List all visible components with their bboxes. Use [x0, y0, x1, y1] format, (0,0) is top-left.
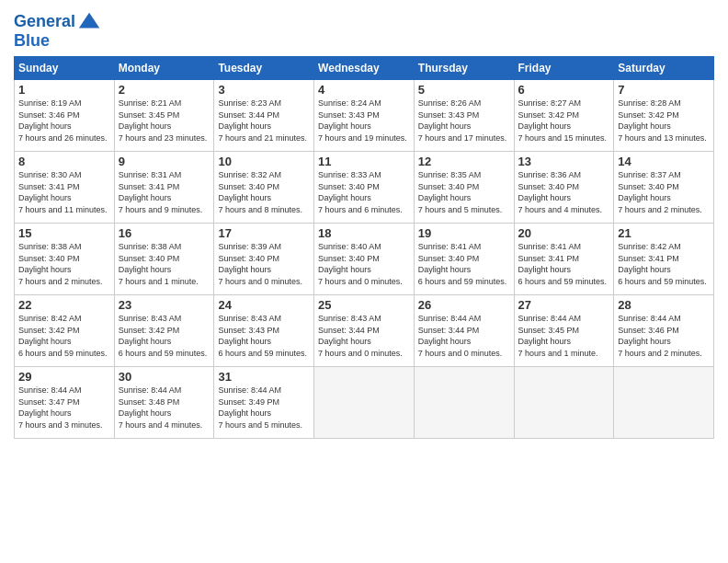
day-number: 24	[218, 298, 310, 312]
calendar-day-cell: 7Sunrise: 8:28 AMSunset: 3:42 PMDaylight…	[614, 80, 714, 152]
day-number: 11	[318, 155, 410, 168]
day-info: Sunrise: 8:35 AMSunset: 3:40 PMDaylight …	[418, 169, 510, 215]
calendar-day-cell: 23Sunrise: 8:43 AMSunset: 3:42 PMDayligh…	[114, 295, 214, 367]
day-info: Sunrise: 8:30 AMSunset: 3:41 PMDaylight …	[18, 169, 110, 215]
day-number: 28	[618, 298, 710, 312]
calendar-day-cell: 8Sunrise: 8:30 AMSunset: 3:41 PMDaylight…	[15, 152, 115, 224]
day-number: 5	[418, 83, 510, 97]
day-number: 21	[618, 226, 710, 240]
day-info: Sunrise: 8:33 AMSunset: 3:40 PMDaylight …	[318, 169, 410, 215]
day-info: Sunrise: 8:28 AMSunset: 3:42 PMDaylight …	[618, 98, 710, 144]
day-info: Sunrise: 8:40 AMSunset: 3:40 PMDaylight …	[318, 241, 410, 287]
day-info: Sunrise: 8:19 AMSunset: 3:46 PMDaylight …	[18, 98, 110, 144]
day-number: 6	[518, 83, 610, 97]
weekday-header-cell: Tuesday	[214, 57, 314, 80]
day-number: 3	[218, 83, 310, 97]
calendar-week-row: 22Sunrise: 8:42 AMSunset: 3:42 PMDayligh…	[15, 295, 714, 367]
day-number: 27	[518, 298, 610, 312]
calendar-day-cell: 5Sunrise: 8:26 AMSunset: 3:43 PMDaylight…	[414, 80, 514, 152]
calendar-day-cell: 2Sunrise: 8:21 AMSunset: 3:45 PMDaylight…	[114, 80, 214, 152]
day-info: Sunrise: 8:44 AMSunset: 3:49 PMDaylight …	[218, 385, 310, 431]
logo: General Blue	[14, 9, 103, 51]
calendar-week-row: 8Sunrise: 8:30 AMSunset: 3:41 PMDaylight…	[15, 152, 714, 224]
day-number: 31	[218, 370, 310, 384]
day-number: 19	[418, 226, 510, 240]
day-info: Sunrise: 8:44 AMSunset: 3:47 PMDaylight …	[18, 385, 110, 431]
calendar-week-row: 15Sunrise: 8:38 AMSunset: 3:40 PMDayligh…	[15, 224, 714, 295]
day-info: Sunrise: 8:38 AMSunset: 3:40 PMDaylight …	[18, 241, 110, 287]
weekday-header-cell: Wednesday	[314, 57, 415, 80]
weekday-header-cell: Friday	[514, 57, 614, 80]
calendar-day-cell: 6Sunrise: 8:27 AMSunset: 3:42 PMDaylight…	[514, 80, 614, 152]
day-info: Sunrise: 8:39 AMSunset: 3:40 PMDaylight …	[218, 241, 310, 287]
calendar-day-cell: 15Sunrise: 8:38 AMSunset: 3:40 PMDayligh…	[15, 224, 115, 295]
day-number: 25	[318, 298, 410, 312]
day-info: Sunrise: 8:42 AMSunset: 3:42 PMDaylight …	[18, 313, 110, 359]
weekday-header-cell: Monday	[114, 57, 214, 80]
day-info: Sunrise: 8:24 AMSunset: 3:43 PMDaylight …	[318, 98, 410, 144]
day-info: Sunrise: 8:31 AMSunset: 3:41 PMDaylight …	[119, 169, 210, 215]
day-number: 30	[119, 370, 210, 384]
day-number: 22	[18, 298, 110, 312]
calendar-day-cell: 19Sunrise: 8:41 AMSunset: 3:40 PMDayligh…	[414, 224, 514, 295]
calendar-week-row: 29Sunrise: 8:44 AMSunset: 3:47 PMDayligh…	[15, 367, 714, 439]
calendar-day-cell: 12Sunrise: 8:35 AMSunset: 3:40 PMDayligh…	[414, 152, 514, 224]
calendar-day-cell: 10Sunrise: 8:32 AMSunset: 3:40 PMDayligh…	[214, 152, 314, 224]
calendar-day-cell	[314, 367, 415, 439]
day-number: 2	[119, 83, 210, 97]
day-number: 4	[318, 83, 410, 97]
day-number: 13	[518, 155, 610, 168]
weekday-header-cell: Sunday	[15, 57, 115, 80]
day-info: Sunrise: 8:44 AMSunset: 3:46 PMDaylight …	[618, 313, 710, 359]
day-number: 14	[618, 155, 710, 168]
calendar-day-cell: 14Sunrise: 8:37 AMSunset: 3:40 PMDayligh…	[614, 152, 714, 224]
day-number: 18	[318, 226, 410, 240]
calendar-day-cell: 3Sunrise: 8:23 AMSunset: 3:44 PMDaylight…	[214, 80, 314, 152]
logo-text: General	[14, 13, 75, 31]
page-container: General Blue SundayMondayTuesdayWednesda…	[0, 0, 728, 448]
day-info: Sunrise: 8:41 AMSunset: 3:40 PMDaylight …	[418, 241, 510, 287]
svg-marker-0	[79, 13, 99, 29]
calendar-day-cell: 25Sunrise: 8:43 AMSunset: 3:44 PMDayligh…	[314, 295, 415, 367]
weekday-header-cell: Thursday	[414, 57, 514, 80]
calendar-week-row: 1Sunrise: 8:19 AMSunset: 3:46 PMDaylight…	[15, 80, 714, 152]
day-info: Sunrise: 8:43 AMSunset: 3:42 PMDaylight …	[119, 313, 210, 359]
calendar-day-cell: 20Sunrise: 8:41 AMSunset: 3:41 PMDayligh…	[514, 224, 614, 295]
day-info: Sunrise: 8:38 AMSunset: 3:40 PMDaylight …	[119, 241, 210, 287]
calendar-day-cell: 16Sunrise: 8:38 AMSunset: 3:40 PMDayligh…	[114, 224, 214, 295]
day-info: Sunrise: 8:42 AMSunset: 3:41 PMDaylight …	[618, 241, 710, 287]
day-number: 23	[119, 298, 210, 312]
day-number: 16	[119, 226, 210, 240]
day-number: 12	[418, 155, 510, 168]
day-number: 20	[518, 226, 610, 240]
calendar-day-cell: 22Sunrise: 8:42 AMSunset: 3:42 PMDayligh…	[15, 295, 115, 367]
calendar-day-cell: 4Sunrise: 8:24 AMSunset: 3:43 PMDaylight…	[314, 80, 415, 152]
day-number: 17	[218, 226, 310, 240]
day-info: Sunrise: 8:43 AMSunset: 3:44 PMDaylight …	[318, 313, 410, 359]
calendar-day-cell: 27Sunrise: 8:44 AMSunset: 3:45 PMDayligh…	[514, 295, 614, 367]
calendar-day-cell: 1Sunrise: 8:19 AMSunset: 3:46 PMDaylight…	[15, 80, 115, 152]
day-number: 1	[18, 83, 110, 97]
day-info: Sunrise: 8:21 AMSunset: 3:45 PMDaylight …	[119, 98, 210, 144]
calendar-day-cell	[414, 367, 514, 439]
calendar-day-cell	[514, 367, 614, 439]
day-info: Sunrise: 8:27 AMSunset: 3:42 PMDaylight …	[518, 98, 610, 144]
calendar-day-cell	[614, 367, 714, 439]
calendar-day-cell: 26Sunrise: 8:44 AMSunset: 3:44 PMDayligh…	[414, 295, 514, 367]
day-number: 26	[418, 298, 510, 312]
day-info: Sunrise: 8:36 AMSunset: 3:40 PMDaylight …	[518, 169, 610, 215]
day-info: Sunrise: 8:43 AMSunset: 3:43 PMDaylight …	[218, 313, 310, 359]
calendar-day-cell: 28Sunrise: 8:44 AMSunset: 3:46 PMDayligh…	[614, 295, 714, 367]
day-info: Sunrise: 8:37 AMSunset: 3:40 PMDaylight …	[618, 169, 710, 215]
calendar-day-cell: 17Sunrise: 8:39 AMSunset: 3:40 PMDayligh…	[214, 224, 314, 295]
day-number: 9	[119, 155, 210, 168]
calendar-day-cell: 18Sunrise: 8:40 AMSunset: 3:40 PMDayligh…	[314, 224, 415, 295]
day-info: Sunrise: 8:44 AMSunset: 3:44 PMDaylight …	[418, 313, 510, 359]
day-number: 15	[18, 226, 110, 240]
calendar-day-cell: 29Sunrise: 8:44 AMSunset: 3:47 PMDayligh…	[15, 367, 115, 439]
calendar-day-cell: 30Sunrise: 8:44 AMSunset: 3:48 PMDayligh…	[114, 367, 214, 439]
day-info: Sunrise: 8:23 AMSunset: 3:44 PMDaylight …	[218, 98, 310, 144]
header: General Blue	[14, 9, 714, 51]
day-info: Sunrise: 8:26 AMSunset: 3:43 PMDaylight …	[418, 98, 510, 144]
calendar-day-cell: 9Sunrise: 8:31 AMSunset: 3:41 PMDaylight…	[114, 152, 214, 224]
